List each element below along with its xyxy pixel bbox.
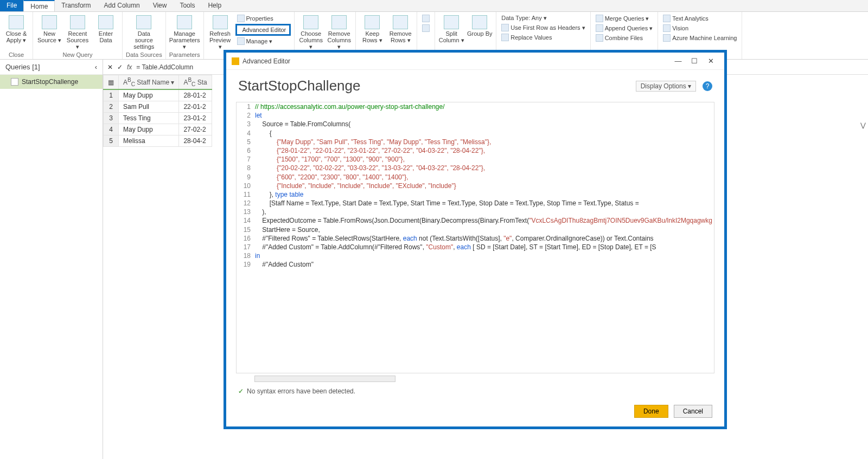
dialog-title: Advanced Editor <box>242 57 290 65</box>
checkmark-icon: ✓ <box>238 387 244 395</box>
syntax-status-text: No syntax errors have been detected. <box>247 387 355 395</box>
text-analytics-button[interactable]: Text Analytics <box>661 14 710 23</box>
azure-ml-button[interactable]: Azure Machine Learning <box>661 34 738 42</box>
dialog-heading: StartStopChallenge <box>238 77 360 94</box>
new-source-button[interactable]: New Source ▾ <box>36 13 62 43</box>
group-label-parameters: Parameters <box>169 51 200 59</box>
enter-data-button[interactable]: Enter Data <box>93 13 119 43</box>
remove-columns-button[interactable]: Remove Columns ▾ <box>326 13 352 50</box>
first-row-headers-button[interactable]: Use First Row as Headers ▾ <box>500 23 586 32</box>
close-button[interactable]: ✕ <box>703 57 719 65</box>
close-apply-button[interactable]: Close & Apply ▾ <box>3 13 29 43</box>
advanced-editor-button[interactable]: Advanced Editor <box>235 24 291 36</box>
vision-button[interactable]: Vision <box>661 24 690 33</box>
tab-home[interactable]: Home <box>23 0 55 11</box>
append-queries-button[interactable]: Append Queries ▾ <box>594 24 655 33</box>
choose-columns-button[interactable]: Choose Columns ▾ <box>298 13 324 50</box>
queries-pane: Queries [1] ‹ StartStopChallenge <box>0 60 103 459</box>
cell[interactable]: 22-01-2 <box>179 101 212 113</box>
cancel-button[interactable]: Cancel <box>674 405 712 418</box>
maximize-button[interactable]: ☐ <box>686 57 703 65</box>
data-type-button[interactable]: Data Type: Any ▾ <box>500 14 548 22</box>
table-icon <box>11 78 18 86</box>
queries-collapse-icon[interactable]: ‹ <box>95 63 97 71</box>
help-icon[interactable]: ? <box>703 81 712 91</box>
cell[interactable]: Melissa <box>119 135 179 147</box>
done-button[interactable]: Done <box>634 405 668 418</box>
data-grid: ▦ ABC Staff Name ▾ ABC Sta 1May Dupp28-0… <box>103 75 212 147</box>
properties-button[interactable]: Properties <box>235 14 275 23</box>
formula-cancel-icon[interactable]: ✕ <box>107 63 113 71</box>
refresh-preview-button[interactable]: Refresh Preview ▾ <box>207 13 233 50</box>
tab-tools[interactable]: Tools <box>173 0 201 11</box>
row-num[interactable]: 1 <box>104 89 119 101</box>
tab-transform[interactable]: Transform <box>55 0 97 11</box>
remove-rows-button[interactable]: Remove Rows ▾ <box>387 13 413 43</box>
sort-desc-button[interactable] <box>420 24 431 33</box>
formula-commit-icon[interactable]: ✓ <box>117 63 123 71</box>
queries-title: Queries [1] <box>5 63 40 71</box>
combine-files-button[interactable]: Combine Files <box>594 34 644 42</box>
ribbon-tabs: File Home Transform Add Column View Tool… <box>0 0 868 12</box>
row-selector-header[interactable]: ▦ <box>104 75 119 90</box>
query-item-startstopchallenge[interactable]: StartStopChallenge <box>0 75 103 89</box>
display-options-dropdown[interactable]: Display Options ▾ <box>636 81 696 92</box>
split-column-button[interactable]: Split Column ▾ <box>438 13 464 43</box>
cell[interactable]: 27-02-2 <box>179 124 212 135</box>
recent-sources-button[interactable]: Recent Sources ▾ <box>65 13 91 50</box>
tab-add-column[interactable]: Add Column <box>98 0 146 11</box>
dialog-app-icon <box>232 57 239 65</box>
cell[interactable]: May Dupp <box>119 124 179 135</box>
cell[interactable]: Tess Ting <box>119 113 179 124</box>
manage-button[interactable]: Manage ▾ <box>235 37 275 46</box>
cell[interactable]: 23-01-2 <box>179 113 212 124</box>
tab-view[interactable]: View <box>146 0 174 11</box>
row-num[interactable]: 4 <box>104 124 119 135</box>
group-by-button[interactable]: Group By <box>467 13 493 37</box>
code-editor[interactable]: 1// https://accessanalytic.com.au/power-… <box>236 102 714 373</box>
editor-horizontal-scrollbar[interactable] <box>254 376 395 382</box>
minimize-button[interactable]: — <box>670 57 686 65</box>
col-header-staff-name[interactable]: ABC Staff Name ▾ <box>119 75 179 90</box>
cell[interactable]: Sam Pull <box>119 101 179 113</box>
tab-help[interactable]: Help <box>201 0 228 11</box>
keep-rows-button[interactable]: Keep Rows ▾ <box>359 13 385 43</box>
advanced-editor-dialog: Advanced Editor — ☐ ✕ StartStopChallenge… <box>224 50 727 429</box>
group-label-data-sources: Data Sources <box>126 51 162 59</box>
row-num[interactable]: 2 <box>104 101 119 113</box>
col-header-start-date[interactable]: ABC Sta <box>179 75 212 90</box>
data-source-settings-button[interactable]: Data source settings <box>131 13 157 50</box>
replace-values-button[interactable]: Replace Values <box>500 33 553 42</box>
cell[interactable]: 28-01-2 <box>179 89 212 101</box>
cell[interactable]: May Dupp <box>119 89 179 101</box>
query-item-label: StartStopChallenge <box>22 78 78 86</box>
cell[interactable]: 28-04-2 <box>179 135 212 147</box>
merge-queries-button[interactable]: Merge Queries ▾ <box>594 14 651 23</box>
row-num[interactable]: 3 <box>104 113 119 124</box>
sort-asc-button[interactable] <box>420 14 431 23</box>
manage-parameters-button[interactable]: Manage Parameters ▾ <box>171 13 197 50</box>
fx-icon[interactable]: fx <box>127 63 132 71</box>
row-num[interactable]: 5 <box>104 135 119 147</box>
query-settings-toggle-icon[interactable]: ⋁ <box>860 121 866 129</box>
group-label-close: Close <box>9 51 24 59</box>
group-label-new-query: New Query <box>62 51 92 59</box>
tab-file[interactable]: File <box>0 0 23 11</box>
